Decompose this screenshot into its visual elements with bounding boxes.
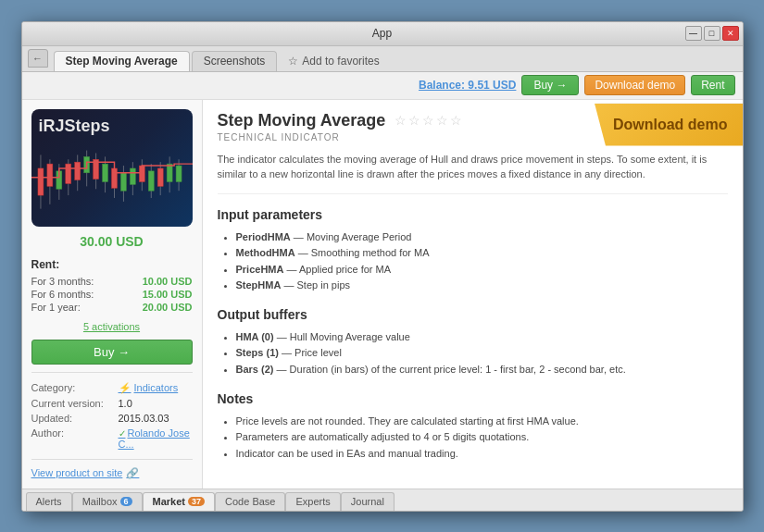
param-sep: —	[283, 279, 296, 291]
action-bar: Balance: 9.51 USD Buy → Download demo Re…	[22, 72, 743, 100]
rent-3months-price: 10.00 USD	[143, 276, 193, 287]
view-product-link[interactable]: View product on site 🔗	[31, 467, 193, 479]
star-3[interactable]: ☆	[422, 113, 434, 128]
author-label: Author:	[31, 427, 115, 450]
version-label: Current version:	[31, 398, 115, 409]
bottom-tab-market[interactable]: Market 37	[143, 492, 215, 511]
price-chart	[31, 137, 193, 227]
bottom-tab-mailbox[interactable]: Mailbox 6	[72, 492, 143, 511]
favorites-label: Add to favorites	[302, 55, 379, 68]
rent-row-6months: For 6 months: 15.00 USD	[31, 288, 193, 301]
buy-button[interactable]: Buy →	[521, 75, 579, 95]
activations-link[interactable]: 5 activations	[31, 321, 193, 332]
market-badge: 37	[188, 497, 205, 506]
product-title: Step Moving Average	[218, 111, 386, 130]
rent-title: Rent:	[31, 258, 193, 271]
product-price: 30.00 USD	[31, 234, 193, 249]
buffer-desc: Price level	[294, 347, 342, 358]
main-content: iRJSteps	[22, 100, 743, 489]
bottom-tab-code-base[interactable]: Code Base	[215, 492, 285, 511]
download-demo-button[interactable]: Download demo	[584, 75, 685, 95]
svg-rect-29	[167, 164, 172, 181]
journal-label: Journal	[351, 496, 384, 507]
star-1[interactable]: ☆	[395, 113, 407, 128]
list-item: Indicator can be used in EAs and manual …	[236, 446, 728, 463]
param-sep: —	[298, 247, 311, 258]
bottom-tab-experts[interactable]: Experts	[285, 492, 340, 511]
buffer-name: Steps (1)	[236, 347, 279, 358]
buffer-sep: —	[277, 364, 290, 375]
buy-main-button[interactable]: Buy →	[31, 340, 193, 365]
rent-row-3months: For 3 months: 10.00 USD	[31, 275, 193, 288]
svg-rect-25	[148, 170, 154, 190]
star-5[interactable]: ☆	[450, 113, 462, 128]
tab-bar: ← Step Moving Average Screenshots ☆ Add …	[22, 46, 743, 72]
product-description: The indicator calculates the moving aver…	[218, 152, 728, 194]
divider-2	[31, 459, 193, 460]
svg-rect-1	[37, 167, 43, 194]
meta-table: Category: ⚡Indicators Current version: 1…	[31, 380, 193, 452]
experts-label: Experts	[295, 496, 330, 507]
version-value: 1.0	[119, 398, 132, 409]
bottom-tab-alerts[interactable]: Alerts	[26, 492, 72, 511]
list-item: PriceHMA — Applied price for MA	[236, 262, 728, 278]
tab-screenshots[interactable]: Screenshots	[192, 51, 278, 71]
svg-rect-9	[74, 162, 80, 179]
rent-section: Rent: For 3 months: 10.00 USD For 6 mont…	[31, 258, 193, 314]
rent-6months-price: 15.00 USD	[143, 289, 193, 300]
rent-row-1year: For 1 year: 20.00 USD	[31, 301, 193, 314]
param-sep: —	[294, 231, 307, 242]
category-value[interactable]: ⚡Indicators	[119, 382, 179, 394]
title-bar: App — □ ✕	[22, 22, 743, 46]
close-button[interactable]: ✕	[722, 26, 739, 41]
output-buffers-title: Output buffers	[218, 307, 728, 322]
param-sep: —	[287, 264, 299, 275]
list-item: PeriodHMA — Moving Average Period	[236, 229, 728, 246]
input-params-list: PeriodHMA — Moving Average Period Method…	[218, 229, 728, 294]
balance-display[interactable]: Balance: 9.51 USD	[419, 79, 516, 92]
meta-updated-row: Updated: 2015.03.03	[31, 411, 193, 426]
svg-rect-27	[157, 167, 163, 185]
notes-list: Price levels are not rounded. They are c…	[218, 414, 728, 463]
list-item: HMA (0) — Hull Moving Average value	[236, 329, 728, 346]
logo-text: iRJSteps	[39, 117, 110, 136]
param-desc: Step in pips	[297, 279, 350, 291]
tab-step-moving-average[interactable]: Step Moving Average	[54, 51, 190, 71]
minimize-button[interactable]: —	[685, 26, 702, 41]
updated-label: Updated:	[31, 413, 115, 424]
back-button[interactable]: ←	[28, 49, 48, 68]
svg-rect-3	[46, 164, 52, 186]
list-item: Parameters are automatically adjusted to…	[236, 429, 728, 446]
buffer-sep: —	[277, 331, 290, 342]
param-desc: Smoothing method for MA	[311, 247, 430, 258]
author-value[interactable]: ✓Rolando Jose C...	[119, 427, 193, 450]
maximize-button[interactable]: □	[704, 26, 720, 41]
buy-main-label: Buy →	[94, 345, 130, 359]
rent-3months-label: For 3 months:	[31, 276, 94, 287]
buffer-desc: Hull Moving Average value	[290, 331, 410, 342]
add-to-favorites-button[interactable]: ☆ Add to favorites	[279, 51, 388, 71]
param-name: PeriodHMA	[236, 231, 291, 242]
rent-button[interactable]: Rent	[691, 75, 734, 95]
view-product-label: View product on site	[31, 467, 123, 478]
star-icon: ☆	[288, 55, 298, 68]
star-4[interactable]: ☆	[436, 113, 448, 128]
window-title: App	[372, 27, 392, 40]
right-panel: Step Moving Average ☆ ☆ ☆ ☆ ☆ TECHNICAL …	[203, 100, 743, 489]
window-controls: — □ ✕	[685, 26, 739, 41]
buffer-name: Bars (2)	[236, 364, 274, 375]
buffer-desc: Duration (in bars) of the current price …	[290, 364, 626, 375]
svg-rect-7	[65, 164, 70, 183]
download-demo-banner[interactable]: Download demo	[595, 104, 744, 146]
updated-value: 2015.03.03	[119, 413, 169, 424]
svg-rect-21	[130, 167, 135, 183]
buffer-sep: —	[282, 347, 294, 358]
product-logo: iRJSteps	[31, 109, 193, 227]
tab-label: Screenshots	[204, 55, 266, 68]
list-item: Bars (2) — Duration (in bars) of the cur…	[236, 362, 728, 378]
star-2[interactable]: ☆	[408, 113, 420, 128]
rent-1year-label: For 1 year:	[31, 302, 81, 313]
list-item: StepHMA — Step in pips	[236, 278, 728, 294]
bottom-tab-journal[interactable]: Journal	[341, 492, 395, 511]
market-label: Market	[153, 496, 185, 507]
